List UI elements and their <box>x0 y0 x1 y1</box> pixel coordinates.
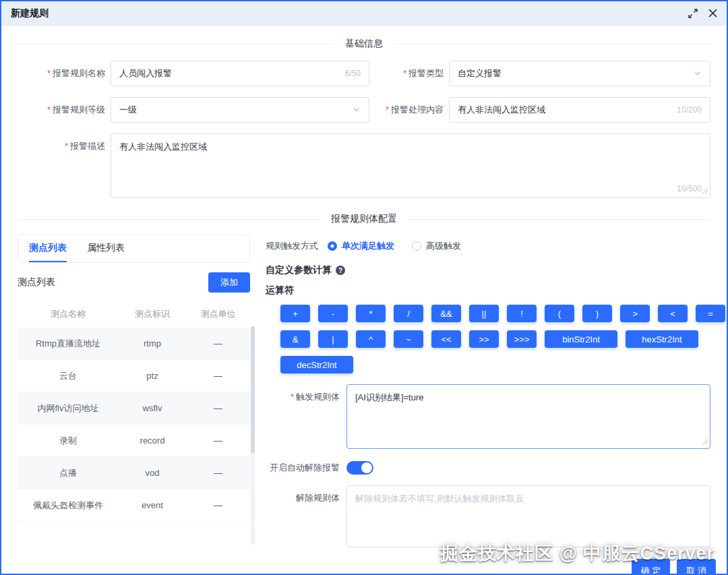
tab-point-list[interactable]: 测点列表 <box>29 235 67 262</box>
rule-config-panel: 规则触发方式 单次满足触发 高级触发 自定义参数计算 运算符 <box>266 235 710 547</box>
trigger-mode-label: 规则触发方式 <box>266 240 318 252</box>
rule-config-area: 测点列表 属性列表 测点列表 添加 测点名称 测点标识 测点单位 Rtmp直 <box>18 235 710 547</box>
op-button[interactable]: - <box>318 305 348 322</box>
release-body-row: 解除规则体 解除规则体若不填写,则默认触发规则体取反 <box>266 485 710 547</box>
point-list-title: 测点列表 <box>18 276 55 289</box>
cell-id: ptz <box>119 371 186 381</box>
op-button[interactable]: >> <box>469 330 499 348</box>
table-row[interactable]: 录制 record — <box>18 425 250 457</box>
handle-content-value: 有人非法闯入监控区域 <box>458 104 545 116</box>
auto-release-label: 开启自动解除报警 <box>266 462 340 474</box>
op-button[interactable]: ) <box>582 305 612 322</box>
op-button-hexstr2int[interactable]: hexStr2Int <box>626 330 698 348</box>
op-button[interactable]: ^ <box>356 330 386 348</box>
op-button[interactable]: || <box>469 305 499 322</box>
table-row[interactable]: 云台 ptz — <box>18 360 250 392</box>
table-row[interactable]: 点播 vod — <box>18 457 250 489</box>
alarm-desc-field: 报警描述 有人非法闯入监控区域 10/500 <box>18 133 710 198</box>
op-button[interactable]: >>> <box>507 330 537 348</box>
chevron-down-icon <box>694 69 702 79</box>
cell-unit: — <box>186 435 250 446</box>
cell-name: 云台 <box>18 370 119 382</box>
op-button[interactable]: ~ <box>394 330 423 348</box>
release-body-textarea[interactable]: 解除规则体若不填写,则默认触发规则体取反 <box>346 485 710 547</box>
alarm-desc-textarea[interactable]: 有人非法闯入监控区域 10/500 <box>111 133 710 198</box>
rule-level-field: 报警规则等级 一级 <box>18 97 369 123</box>
alarm-type-label: 报警类型 <box>373 67 444 80</box>
rule-name-field: 报警规则名称 人员闯入报警 6/50 <box>18 61 369 86</box>
radio-advanced-trigger[interactable]: 高级触发 <box>412 240 461 252</box>
op-button[interactable]: * <box>356 305 386 322</box>
op-button[interactable]: + <box>280 305 310 322</box>
resize-handle-icon[interactable] <box>702 186 708 196</box>
dialog-title: 新建规则 <box>11 7 49 20</box>
rule-name-value: 人员闯入报警 <box>119 67 172 80</box>
watermark: 掘金技术社区 @ 中服云CServer <box>440 541 715 566</box>
cell-unit: — <box>186 338 250 349</box>
op-button[interactable]: && <box>431 305 461 322</box>
titlebar-actions <box>688 9 717 18</box>
rule-name-input[interactable]: 人员闯入报警 6/50 <box>111 61 369 86</box>
auto-release-row: 开启自动解除报警 <box>266 461 710 475</box>
alarm-type-field: 报警类型 自定义报警 <box>373 61 710 86</box>
op-button[interactable]: | <box>318 330 348 348</box>
cell-id: vod <box>119 468 186 478</box>
divider-line <box>18 219 320 220</box>
op-button[interactable]: & <box>280 330 310 348</box>
op-button[interactable]: ! <box>507 305 537 322</box>
tab-attr-list[interactable]: 属性列表 <box>87 235 125 262</box>
op-button[interactable]: > <box>620 305 650 322</box>
close-icon[interactable] <box>708 9 717 18</box>
help-icon[interactable] <box>336 266 345 275</box>
radio-single-trigger-label: 单次满足触发 <box>342 240 394 252</box>
table-row[interactable]: 佩戴头盔检测事件 event — <box>18 489 250 522</box>
operators-label: 运算符 <box>266 284 710 297</box>
rule-level-select[interactable]: 一级 <box>111 97 369 123</box>
resize-handle-icon[interactable] <box>702 437 708 447</box>
radio-checked-icon <box>328 241 337 251</box>
param-calc-title: 自定义参数计算 <box>266 264 332 276</box>
trigger-body-value: [AI识别结果]=ture <box>355 392 424 402</box>
dialog-body: 基础信息 报警规则名称 人员闯入报警 6/50 报警类型 自定义报警 <box>1 38 727 575</box>
cell-name: Rtmp直播流地址 <box>18 338 119 350</box>
op-button[interactable]: < <box>658 305 688 322</box>
alarm-desc-value: 有人非法闯入监控区域 <box>119 142 207 152</box>
table-scrollbar[interactable] <box>251 326 255 545</box>
point-table: 测点名称 测点标识 测点单位 Rtmp直播流地址 rtmp — 云台 ptz <box>18 301 250 522</box>
cell-id: wsflv <box>119 403 186 413</box>
handle-content-input[interactable]: 有人非法闯入监控区域 10/200 <box>449 97 710 123</box>
divider-line <box>408 219 710 220</box>
release-body-placeholder: 解除规则体若不填写,则默认触发规则体取反 <box>355 493 524 504</box>
rule-name-counter: 6/50 <box>345 69 361 78</box>
chevron-down-icon <box>353 105 361 115</box>
radio-single-trigger[interactable]: 单次满足触发 <box>328 240 394 252</box>
op-button[interactable]: / <box>394 305 423 322</box>
add-point-button[interactable]: 添加 <box>208 272 250 293</box>
trigger-mode-row: 规则触发方式 单次满足触发 高级触发 <box>266 240 710 252</box>
op-button[interactable]: ( <box>545 305 574 322</box>
cell-name: 佩戴头盔检测事件 <box>18 500 119 512</box>
scrollbar-thumb[interactable] <box>251 326 255 453</box>
cell-unit: — <box>186 403 250 413</box>
cell-name: 点播 <box>18 467 119 479</box>
rule-name-label: 报警规则名称 <box>18 67 105 80</box>
alarm-type-select[interactable]: 自定义报警 <box>449 61 710 86</box>
trigger-body-label: 触发规则体 <box>266 391 340 449</box>
param-calc-heading: 自定义参数计算 <box>266 264 710 276</box>
fullscreen-icon[interactable] <box>688 9 698 18</box>
op-button-binstr2int[interactable]: binStr2Int <box>545 330 617 348</box>
handle-content-field: 报警处理内容 有人非法闯入监控区域 10/200 <box>373 97 710 123</box>
cell-id: record <box>119 435 186 446</box>
op-button[interactable]: = <box>696 305 725 322</box>
rule-level-value: 一级 <box>119 104 137 116</box>
op-button-decstr2int[interactable]: decStr2Int <box>280 356 353 373</box>
radio-advanced-trigger-label: 高级触发 <box>426 240 461 252</box>
table-row[interactable]: Rtmp直播流地址 rtmp — <box>18 328 250 360</box>
basic-info-divider: 基础信息 <box>18 38 710 50</box>
auto-release-toggle[interactable] <box>346 461 373 475</box>
trigger-body-textarea[interactable]: [AI识别结果]=ture <box>346 384 710 449</box>
operator-buttons: + - * / && || ! ( ) > < = & | ^ ~ << <box>280 305 728 373</box>
op-button[interactable]: << <box>431 330 461 348</box>
table-row[interactable]: 内网flv访问地址 wsflv — <box>18 392 250 425</box>
form-row-1: 报警规则名称 人员闯入报警 6/50 报警类型 自定义报警 <box>18 61 710 86</box>
